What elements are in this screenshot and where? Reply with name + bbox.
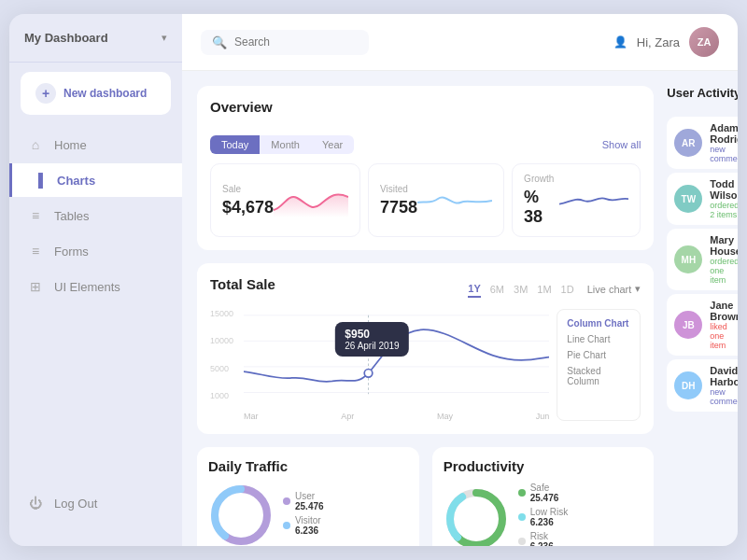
- tab-today[interactable]: Today: [210, 135, 260, 154]
- visited-sparkline: [417, 184, 492, 217]
- user-avatar: DH: [674, 371, 702, 399]
- topbar: 🔍 👤 Hi, Zara ZA: [182, 14, 738, 71]
- user-avatar: MH: [674, 245, 702, 273]
- plus-icon: +: [35, 83, 56, 104]
- greeting-label: Hi, Zara: [637, 35, 680, 49]
- dashboard-title: My Dashboard: [24, 31, 108, 45]
- traffic-donut-area: User 25.476 Visitor 6.236: [208, 483, 408, 546]
- user-item: TW Todd Wilson ordered 2 items 5 min ago: [667, 173, 738, 225]
- productivity-donut-chart: [444, 486, 509, 546]
- time-tab-1d[interactable]: 1D: [561, 281, 574, 298]
- logout-icon: ⏻: [28, 496, 43, 511]
- metric-growth-label: Growth: [524, 174, 559, 184]
- legend-dot: [518, 489, 526, 497]
- sidebar-item-label: Charts: [57, 174, 95, 188]
- chart-dropdown-menu: Column Chart Line Chart Pie Chart Stacke…: [557, 309, 641, 421]
- sidebar-item-logout[interactable]: ⏻ Log Out: [9, 486, 182, 520]
- legend-value: 25.476: [295, 501, 324, 511]
- metric-growth-info: Growth % 38: [524, 174, 559, 227]
- user-name: Adam Rodriguez: [710, 122, 738, 145]
- chevron-down-icon: ▾: [635, 283, 641, 295]
- overview-title: Overview: [210, 99, 273, 115]
- productivity-legend: Safe 25.476 Low Risk 6.236: [518, 483, 569, 546]
- sidebar-item-forms[interactable]: ≡ Forms: [9, 234, 182, 268]
- y-label: 5000: [210, 364, 244, 373]
- sidebar-item-label: Tables: [54, 209, 90, 223]
- user-info: Jane Brown liked one item: [710, 300, 738, 350]
- chart-option[interactable]: Stacked Column: [557, 363, 640, 389]
- legend-info: Low Risk 6.236: [530, 507, 569, 527]
- chart-type-dropdown[interactable]: Live chart ▾: [587, 283, 641, 295]
- sale-header: Total Sale 1Y 6M 3M 1M 1D Live chart: [210, 276, 641, 301]
- legend-info: Visitor 6.236: [295, 515, 321, 536]
- chevron-down-icon: ▾: [162, 32, 167, 44]
- time-tab-1m[interactable]: 1M: [537, 281, 551, 298]
- search-input[interactable]: [234, 35, 365, 49]
- overview-show-all[interactable]: Show all: [602, 139, 641, 150]
- time-tab-6m[interactable]: 6M: [490, 281, 504, 298]
- productivity-donut-area: Safe 25.476 Low Risk 6.236: [444, 483, 643, 546]
- sidebar-item-charts[interactable]: ▐ Charts: [9, 163, 182, 197]
- metric-visited-label: Visited: [380, 184, 417, 194]
- metric-sale: Sale $4,678: [210, 163, 360, 237]
- time-tabs: 1Y 6M 3M 1M 1D: [468, 281, 573, 298]
- sidebar-nav: ⌂ Home ▐ Charts ≡ Tables ≡ Forms ⊞ UI El…: [9, 124, 182, 307]
- legend-label: Safe: [530, 483, 559, 493]
- legend-value: 25.476: [530, 493, 559, 503]
- legend-label: Visitor: [295, 515, 321, 525]
- sidebar-item-tables[interactable]: ≡ Tables: [9, 199, 182, 232]
- productivity-section: Productivity Saf: [432, 447, 655, 546]
- sidebar-item-label: UI Elements: [54, 280, 120, 294]
- x-label: May: [437, 412, 453, 421]
- legend-user: User 25.476: [283, 491, 324, 511]
- sidebar-item-ui-elements[interactable]: ⊞ UI Elements: [9, 270, 182, 303]
- user-icon: 👤: [613, 35, 627, 49]
- sale-chart-area: 15000 10000 5000 1000: [210, 309, 549, 421]
- y-label: 10000: [210, 336, 244, 345]
- tooltip-date: 26 April 2019: [345, 341, 399, 351]
- traffic-legend: User 25.476 Visitor 6.236: [283, 491, 324, 539]
- time-tab-1y[interactable]: 1Y: [468, 281, 480, 298]
- daily-traffic-section: Daily Traffic Us: [197, 447, 419, 546]
- metric-visited-info: Visited 7758: [380, 184, 417, 217]
- metric-sale-value: $4,678: [222, 198, 274, 217]
- new-dashboard-button[interactable]: + New dashboard: [21, 72, 171, 115]
- traffic-title: Daily Traffic: [208, 458, 288, 474]
- search-icon: 🔍: [212, 35, 227, 49]
- metric-visited-value: 7758: [380, 198, 417, 217]
- new-dashboard-label: New dashboard: [63, 87, 147, 100]
- user-action: ordered 2 items: [710, 201, 738, 219]
- svg-point-5: [364, 370, 373, 378]
- legend-value: 6.236: [530, 517, 569, 527]
- sidebar-bottom: ⏻ Log Out: [9, 477, 182, 529]
- sale-title: Total Sale: [210, 276, 275, 292]
- legend-info: Safe 25.476: [530, 483, 559, 503]
- tab-month[interactable]: Month: [260, 135, 311, 154]
- legend-dot: [518, 513, 526, 521]
- chart-option[interactable]: Column Chart: [557, 315, 640, 331]
- chart-x-labels: Mar Apr May Jun: [244, 412, 549, 421]
- legend-label: User: [295, 491, 324, 501]
- legend-dot: [518, 538, 526, 545]
- sidebar-item-home[interactable]: ⌂ Home: [9, 128, 182, 161]
- legend-dot: [283, 522, 290, 529]
- sidebar-item-label: Home: [54, 138, 87, 152]
- user-name: Jane Brown: [710, 300, 738, 322]
- main-content: 🔍 👤 Hi, Zara ZA Overview: [182, 14, 738, 546]
- search-box[interactable]: 🔍: [201, 30, 369, 55]
- legend-safe: Safe 25.476: [518, 483, 569, 503]
- chart-option[interactable]: Line Chart: [557, 331, 640, 347]
- x-label: Mar: [244, 412, 259, 421]
- user-item: MH Mary House ordered one item 5 min ago: [667, 229, 738, 290]
- user-info: David Harbor new comment: [710, 365, 738, 406]
- user-action: ordered one item: [710, 257, 738, 285]
- chart-option[interactable]: Pie Chart: [557, 347, 640, 363]
- x-label: Apr: [341, 412, 354, 421]
- tab-year[interactable]: Year: [311, 135, 354, 154]
- user-info: Mary House ordered one item: [710, 234, 738, 285]
- x-label: Jun: [536, 412, 550, 421]
- productivity-title: Productivity: [444, 458, 525, 474]
- time-tab-3m[interactable]: 3M: [514, 281, 528, 298]
- chart-type-label: Live chart: [587, 284, 632, 295]
- chart-tooltip: $950 26 April 2019: [335, 322, 408, 357]
